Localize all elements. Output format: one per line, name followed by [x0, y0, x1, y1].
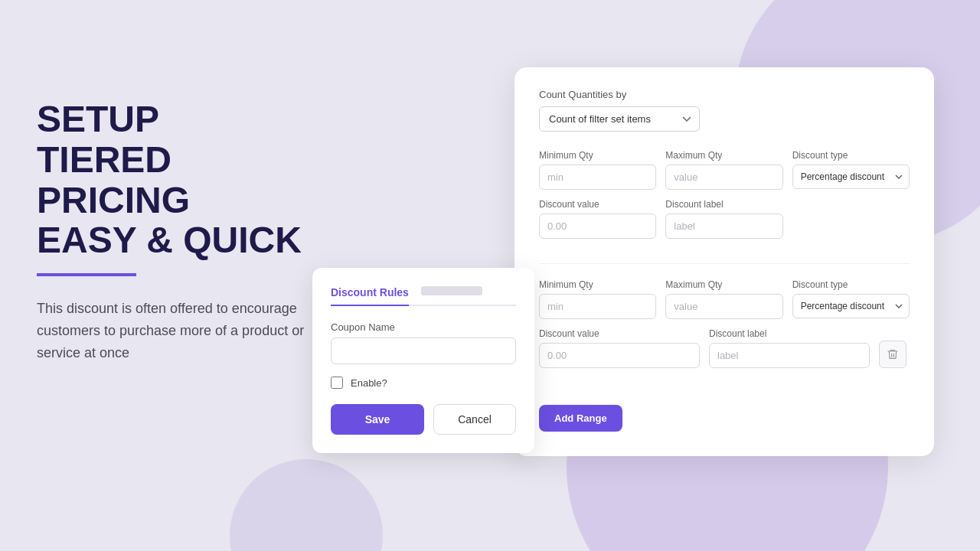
enable-label: Enable?: [351, 377, 387, 389]
tab-discount-rules[interactable]: Discount Rules: [331, 286, 409, 306]
range2-discount-label-group: Discount label: [709, 328, 870, 368]
range2-discount-value-group: Discount value: [539, 328, 700, 368]
add-range-button[interactable]: Add Range: [539, 405, 622, 432]
range-block-1: Minimum Qty Maximum Qty Discount type Pe…: [539, 150, 910, 264]
coupon-name-label: Coupon Name: [331, 321, 516, 333]
range1-discount-type-select[interactable]: Percentage discount Fixed discount: [792, 165, 910, 189]
range2-discount-type-select[interactable]: Percentage discount Fixed discount: [792, 294, 910, 318]
range2-bottom-row: Discount value Discount label: [539, 328, 910, 368]
range1-discount-label-label: Discount label: [665, 199, 782, 210]
count-quantities-row: Count of filter set items Count of all i…: [539, 106, 910, 132]
main-title: SETUP TIERED PRICING EASY & QUICK: [37, 99, 328, 261]
range1-discount-label-input[interactable]: [665, 214, 782, 239]
range1-discount-value-input[interactable]: [539, 214, 656, 239]
tab-inactive[interactable]: [421, 286, 482, 306]
enable-row: Enable?: [331, 377, 516, 389]
range1-min-qty-group: Minimum Qty: [539, 150, 656, 190]
left-section: SETUP TIERED PRICING EASY & QUICK This d…: [37, 99, 328, 364]
range2-discount-label-input[interactable]: [709, 343, 870, 368]
range2-discount-value-label: Discount value: [539, 328, 700, 339]
range2-discount-label-label: Discount label: [709, 328, 870, 339]
subtitle-text: This discount is often offered to encour…: [37, 298, 328, 364]
dialog-card: Discount Rules Coupon Name Enable? Save …: [312, 268, 534, 453]
trash-icon: [887, 348, 899, 360]
range1-max-qty-label: Maximum Qty: [665, 150, 782, 161]
range2-discount-type-label: Discount type: [792, 279, 910, 290]
dialog-buttons: Save Cancel: [331, 404, 516, 435]
range2-max-qty-input[interactable]: [665, 294, 782, 319]
range1-discount-value-group: Discount value: [539, 199, 656, 239]
range1-max-qty-group: Maximum Qty: [665, 150, 782, 190]
range1-discount-value-label: Discount value: [539, 199, 656, 210]
range2-min-qty-group: Minimum Qty: [539, 279, 656, 319]
range-block-2: Minimum Qty Maximum Qty Discount type Pe…: [539, 279, 910, 383]
range2-min-qty-input[interactable]: [539, 294, 656, 319]
range1-bottom-row: Discount value Discount label: [539, 199, 910, 239]
range1-min-qty-label: Minimum Qty: [539, 150, 656, 161]
range1-discount-type-group: Discount type Percentage discount Fixed …: [792, 150, 910, 190]
delete-range2-button[interactable]: [879, 341, 906, 368]
range2-max-qty-label: Maximum Qty: [665, 279, 782, 290]
enable-checkbox[interactable]: [331, 377, 343, 389]
main-card: Count Quantities by Count of filter set …: [514, 67, 934, 456]
range1-max-qty-input[interactable]: [665, 165, 782, 190]
count-quantities-label: Count Quantities by: [539, 89, 910, 100]
range1-discount-type-label: Discount type: [792, 150, 910, 161]
range2-min-qty-label: Minimum Qty: [539, 279, 656, 290]
range1-discount-label-group: Discount label: [665, 199, 782, 239]
range2-discount-type-group: Discount type Percentage discount Fixed …: [792, 279, 910, 319]
cancel-button[interactable]: Cancel: [433, 404, 516, 435]
range1-min-qty-input[interactable]: [539, 165, 656, 190]
range2-discount-value-input[interactable]: [539, 343, 700, 368]
bg-circle-bottom-left: [230, 459, 383, 551]
range2-max-qty-group: Maximum Qty: [665, 279, 782, 319]
save-button[interactable]: Save: [331, 404, 424, 435]
count-quantities-select[interactable]: Count of filter set items Count of all i…: [539, 106, 700, 132]
range1-top-row: Minimum Qty Maximum Qty Discount type Pe…: [539, 150, 910, 190]
title-underline: [37, 273, 136, 276]
coupon-name-input[interactable]: [331, 337, 516, 364]
range2-top-row: Minimum Qty Maximum Qty Discount type Pe…: [539, 279, 910, 319]
dialog-tabs: Discount Rules: [331, 286, 516, 306]
